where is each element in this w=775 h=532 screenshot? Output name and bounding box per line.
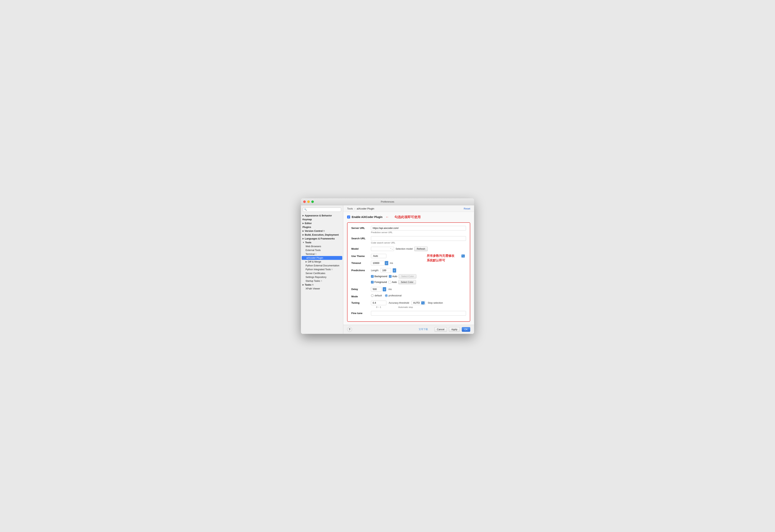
model-row: Model Selection model Refresh [351, 247, 466, 251]
sidebar-item-appearance[interactable]: ▶ Appearance & Behavior [301, 214, 343, 218]
fg-auto-checkbox-item[interactable]: Auto [388, 281, 397, 283]
sidebar-item-languages[interactable]: ▶ Languages & Frameworks [301, 237, 343, 241]
fine-tune-value [371, 311, 466, 316]
theme-select[interactable]: Auto Light Dark [371, 254, 386, 258]
sidebar-item-label: Tools [305, 241, 311, 244]
cancel-button[interactable]: Cancel [434, 327, 447, 332]
tuning-top: Accuracy threshold AUTO ON OFF ⌃⌄ [371, 301, 466, 305]
sidebar-item-label: Terminal [306, 253, 315, 255]
auto-select-wrapper: AUTO ON OFF ⌃⌄ [411, 301, 425, 305]
copy-icon: ⎘ [323, 230, 325, 232]
model-select[interactable] [371, 247, 394, 251]
fine-tune-label: Fine tune [351, 311, 369, 315]
sidebar-item-label: Python Integrated Tools [306, 268, 331, 271]
sidebar-item-python-integrated[interactable]: Python Integrated Tools ⎘ [301, 268, 343, 271]
annotation-1: 勾选此项即可使用 [394, 215, 421, 219]
sidebar-item-external-tools[interactable]: External Tools [301, 248, 343, 252]
enable-plugin-checkbox[interactable] [347, 215, 350, 219]
foreground-checkbox-item[interactable]: Foreground [371, 281, 387, 283]
bg-auto-checkbox-item[interactable]: Auto [389, 275, 397, 278]
timeout-stepper[interactable]: ± [385, 261, 388, 265]
search-url-input[interactable] [371, 236, 466, 241]
sidebar-item-server-certs[interactable]: Server Certificates [301, 271, 343, 275]
chevron-icon: ▼ [303, 241, 304, 244]
sidebar: 🔍 ▶ Appearance & Behavior Keymap ▶ Edito… [301, 205, 343, 334]
mode-default-radio[interactable]: default [371, 294, 382, 297]
bg-select-color-button[interactable]: Select Color [399, 274, 416, 278]
length-stepper[interactable]: ± [393, 268, 396, 273]
refresh-button[interactable]: Refresh [414, 247, 428, 251]
sidebar-item-label: Keymap [303, 218, 312, 221]
sidebar-item-web-browsers[interactable]: Web Browsers [301, 244, 343, 248]
reset-button[interactable]: Reset [464, 207, 470, 210]
sidebar-item-python-ext-doc[interactable]: Python External Documentation [301, 264, 343, 268]
mode-professional-radio-circle[interactable] [385, 294, 388, 297]
sidebar-item-tools[interactable]: ▼ Tools [301, 241, 343, 244]
delay-value: ± ms [371, 287, 466, 292]
fg-auto-label: Auto [392, 281, 397, 283]
help-button[interactable]: ? [347, 327, 352, 332]
sidebar-item-label: Build, Execution, Deployment [305, 234, 339, 236]
sidebar-item-xpath-viewer[interactable]: XPath Viewer [301, 287, 343, 291]
ok-button[interactable]: OK [462, 327, 470, 332]
mode-professional-radio[interactable]: professional [385, 294, 402, 297]
delay-input[interactable] [371, 287, 382, 292]
delay-stepper[interactable]: ± [383, 287, 386, 291]
chevron-icon: ▶ [303, 238, 304, 240]
mode-professional-label: professional [389, 294, 402, 297]
search-box[interactable]: 🔍 [303, 208, 341, 212]
server-url-input[interactable] [371, 226, 466, 230]
use-theme-value: Auto Light Dark ⌃⌄ [371, 254, 466, 258]
breadcrumb: Tools › aiXcoder Plugin [347, 207, 374, 210]
mode-default-radio-circle[interactable] [371, 294, 374, 297]
sidebar-item-settings-repo[interactable]: Settings Repository [301, 275, 343, 279]
timeout-input[interactable] [371, 261, 384, 265]
sidebar-item-label: Startup Tasks [306, 280, 320, 282]
sidebar-item-diff-merge[interactable]: ▶ Diff & Merge [301, 260, 343, 264]
preferences-window: Preferences 🔍 ▶ Appearance & Behavior Ke… [301, 198, 474, 334]
server-url-value: Prediction server URL [371, 226, 466, 234]
copy-icon: ⎘ [315, 253, 317, 255]
sidebar-item-keymap[interactable]: Keymap [301, 218, 343, 221]
sidebar-item-aixcoder[interactable]: aiXcoder Plugin [302, 256, 342, 260]
chevron-icon: ▶ [303, 234, 304, 236]
sidebar-item-label: Web Browsers [306, 245, 321, 248]
breadcrumb-separator: › [354, 207, 355, 210]
close-button[interactable] [303, 200, 306, 203]
arrow-annotation: ← [386, 215, 389, 219]
sidebar-item-editor[interactable]: ▶ Editor [301, 221, 343, 225]
model-select-wrapper [371, 247, 394, 251]
background-checkbox[interactable] [371, 275, 374, 278]
delay-inner: ± ms [371, 287, 466, 292]
bg-auto-checkbox[interactable] [389, 275, 392, 278]
tuning-row: Tuning Accuracy threshold AUTO ON [351, 301, 466, 308]
background-checkbox-item[interactable]: Background [371, 275, 387, 278]
search-url-value: Code search server URL [371, 236, 466, 244]
tuning-sub-row: 0 ~ 1 Automatic stop [371, 306, 466, 308]
foreground-checkbox[interactable] [371, 281, 374, 283]
search-input[interactable] [308, 208, 340, 211]
fg-select-color-button[interactable]: Select Color [398, 280, 416, 284]
auto-select[interactable]: AUTO ON OFF [411, 301, 425, 305]
sidebar-item-build[interactable]: ▶ Build, Execution, Deployment [301, 233, 343, 237]
theme-select-wrapper: Auto Light Dark ⌃⌄ [371, 254, 466, 258]
sidebar-item-plugins[interactable]: Plugins [301, 225, 343, 229]
predictions-value: Length: ± Background [371, 268, 466, 284]
search-url-hint: Code search server URL [371, 242, 466, 244]
length-input[interactable] [381, 268, 391, 273]
titlebar: Preferences [301, 198, 474, 205]
mode-default-label: default [375, 294, 382, 297]
tuning-input[interactable] [371, 301, 386, 305]
length-label: Length: [371, 269, 379, 272]
sidebar-item-tasks[interactable]: ▶ Tasks ⎘ [301, 283, 343, 287]
sidebar-item-label: Diff & Merge [308, 260, 321, 263]
fg-auto-checkbox[interactable] [388, 281, 391, 283]
sidebar-item-version-control[interactable]: ▶ Version Control ⎘ [301, 229, 343, 233]
fine-tune-input[interactable] [371, 311, 466, 316]
maximize-button[interactable] [311, 200, 314, 203]
sidebar-item-startup-tasks[interactable]: Startup Tasks ⎘ [301, 279, 343, 283]
sidebar-item-terminal[interactable]: Terminal ⎘ [301, 252, 343, 256]
tuning-inner: Accuracy threshold AUTO ON OFF ⌃⌄ [371, 301, 466, 308]
apply-button[interactable]: Apply [449, 327, 460, 332]
minimize-button[interactable] [307, 200, 310, 203]
